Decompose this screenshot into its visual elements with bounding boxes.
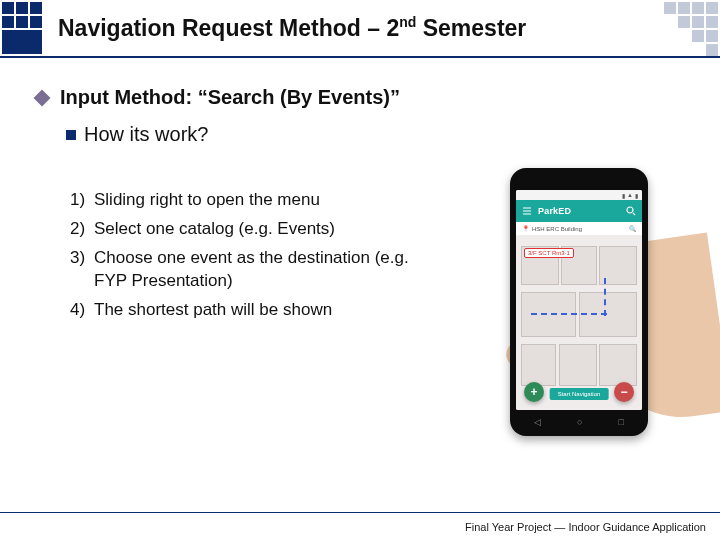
bullet-input-method: Input Method: “Search (By Events)” (36, 86, 700, 115)
zoom-out-button[interactable]: − (614, 382, 634, 402)
footer-text: Final Year Project — Indoor Guidance App… (465, 521, 706, 533)
phone-in-hand-graphic: ▮ ▲ ▮ ParkED 📍 HSH ERC Building � (474, 160, 720, 460)
slide-title: Navigation Request Method – 2nd Semester (58, 14, 526, 42)
header-decor-right (632, 2, 718, 56)
search-icon[interactable] (626, 206, 636, 216)
status-bar: ▮ ▲ ▮ (516, 190, 642, 200)
search-icon-small[interactable]: 🔍 (629, 225, 636, 232)
signal-icon: ▮ (622, 192, 625, 199)
recent-icon[interactable]: □ (619, 417, 624, 427)
step-item: 2) Select one catalog (e.g. Events) (70, 215, 436, 244)
app-title: ParkED (538, 206, 620, 216)
step-number: 2) (70, 218, 94, 241)
location-search-bar[interactable]: 📍 HSH ERC Building 🔍 (516, 222, 642, 236)
zoom-in-button[interactable]: + (524, 382, 544, 402)
title-sup: nd (399, 14, 416, 30)
how-it-works-text: How its work? (84, 123, 208, 146)
title-suffix: Semester (416, 15, 526, 41)
step-number: 1) (70, 189, 94, 212)
step-number: 3) (70, 247, 94, 293)
home-icon[interactable]: ○ (577, 417, 582, 427)
svg-point-0 (627, 207, 633, 213)
step-item: 3) Choose one event as the destination (… (70, 244, 436, 296)
app-bar: ParkED (516, 200, 642, 222)
input-method-text: Input Method: “Search (By Events)” (60, 86, 400, 109)
slide-footer: Final Year Project — Indoor Guidance App… (0, 512, 720, 540)
map-area[interactable]: 3/F SCT Rm3-1 + − Start Navigation (516, 236, 642, 410)
destination-pin-label[interactable]: 3/F SCT Rm3-1 (524, 248, 574, 258)
phone-screen: ▮ ▲ ▮ ParkED 📍 HSH ERC Building � (516, 190, 642, 410)
start-navigation-button[interactable]: Start Navigation (550, 388, 609, 400)
map-pin-icon: 📍 (522, 225, 529, 232)
menu-icon[interactable] (522, 206, 532, 216)
title-prefix: Navigation Request Method – 2 (58, 15, 399, 41)
steps-list: 1) Sliding right to open the menu 2) Sel… (36, 146, 436, 325)
step-text: Choose one event as the destination (e.g… (94, 247, 436, 293)
step-text: The shortest path will be shown (94, 299, 332, 322)
diamond-bullet-icon (34, 89, 51, 106)
back-icon[interactable]: ◁ (534, 417, 541, 427)
square-bullet-icon (66, 130, 76, 140)
search-bar-text: HSH ERC Building (532, 226, 582, 232)
slide-header: Navigation Request Method – 2nd Semester (0, 0, 720, 64)
slide: Navigation Request Method – 2nd Semester… (0, 0, 720, 540)
header-underline (0, 56, 720, 58)
bullet-how-it-works: How its work? (36, 115, 700, 146)
step-item: 1) Sliding right to open the menu (70, 186, 436, 215)
phone-frame: ▮ ▲ ▮ ParkED 📍 HSH ERC Building � (510, 168, 648, 436)
step-number: 4) (70, 299, 94, 322)
wifi-icon: ▲ (627, 192, 633, 198)
step-item: 4) The shortest path will be shown (70, 296, 436, 325)
step-text: Sliding right to open the menu (94, 189, 320, 212)
battery-icon: ▮ (635, 192, 638, 199)
header-decor-left (2, 2, 56, 56)
step-text: Select one catalog (e.g. Events) (94, 218, 335, 241)
android-nav-bar: ◁ ○ □ (516, 414, 642, 430)
